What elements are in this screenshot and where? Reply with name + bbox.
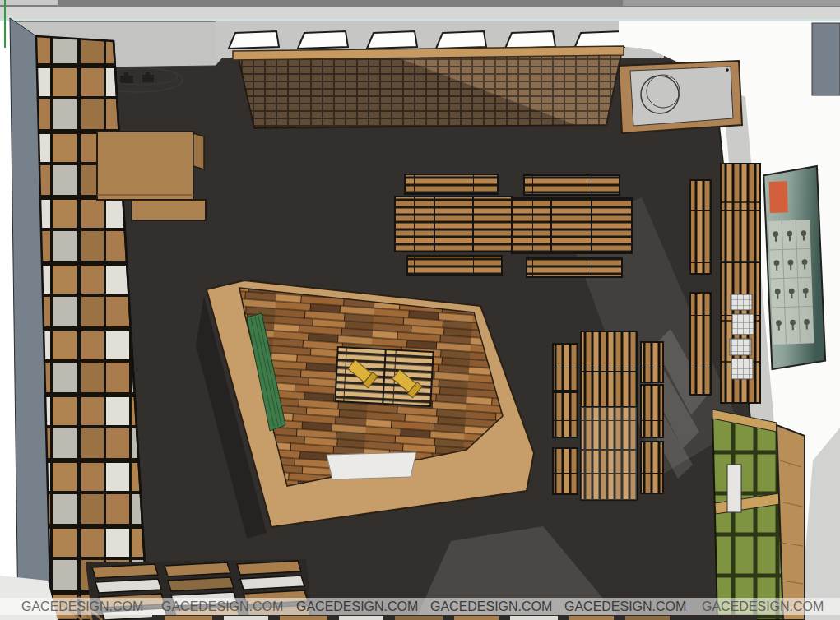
watermark-text: GACEDESIGN.COM <box>564 599 686 615</box>
skylight-panel <box>436 31 486 49</box>
bench <box>553 448 578 494</box>
poster-orange-block <box>769 181 788 213</box>
skylight-panel <box>367 31 417 49</box>
interior-render-screenshot: GACEDESIGN.COM GACEDESIGN.COM GACEDESIGN… <box>0 0 840 620</box>
slat-bench-column <box>690 293 711 395</box>
skylight-panel <box>229 31 279 49</box>
bottom-edge-shelf-row <box>165 616 670 620</box>
watermark-text: GACEDESIGN.COM <box>702 599 824 615</box>
wood-canopy <box>233 46 624 128</box>
locker-white-panel <box>727 465 741 512</box>
watermark-text: GACEDESIGN.COM <box>430 599 552 615</box>
bench <box>524 175 620 195</box>
wall-slate-panel <box>812 23 840 95</box>
bench <box>641 442 663 493</box>
bench <box>527 257 622 277</box>
watermark-text: GACEDESIGN.COM <box>161 599 283 615</box>
platform-white-notch <box>327 452 416 479</box>
render-canvas <box>0 0 840 620</box>
bench <box>553 392 578 437</box>
corner-green-tick <box>4 0 6 48</box>
utility-counter <box>619 61 742 133</box>
skylight-panel <box>298 31 348 49</box>
bench <box>407 256 502 275</box>
slat-table <box>512 198 632 253</box>
bench <box>641 385 663 437</box>
watermark-band: GACEDESIGN.COM GACEDESIGN.COM GACEDESIGN… <box>0 598 840 615</box>
bench <box>641 342 663 382</box>
green-locker-shelf <box>712 409 805 620</box>
skylight-panel <box>505 31 555 49</box>
study-tables-right <box>553 331 663 500</box>
bench <box>405 174 498 194</box>
bench <box>553 344 578 391</box>
watermark-text: GACEDESIGN.COM <box>296 599 418 615</box>
slat-bench-column <box>690 180 711 274</box>
slat-table <box>395 197 513 252</box>
wall-poster <box>763 166 826 369</box>
watermark-text: GACEDESIGN.COM <box>21 599 143 615</box>
